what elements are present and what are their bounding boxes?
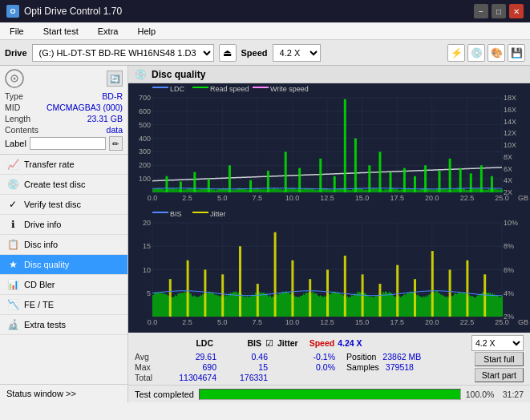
disc-type-label: Type (5, 91, 23, 101)
disc-info-label: Disc info (24, 240, 58, 249)
eject-button[interactable]: ⏏ (219, 44, 237, 62)
close-button[interactable]: ✕ (509, 4, 524, 18)
stats-total-row: Total 11304674 176331 (135, 373, 471, 382)
drive-select[interactable]: (G:) HL-DT-ST BD-RE WH16NS48 1.D3 (32, 44, 214, 62)
max-label: Max (135, 362, 157, 372)
menu-start-test[interactable]: Start test (37, 25, 85, 38)
stats-max-row: Max 690 15 0.0% Samples 379518 (135, 362, 471, 372)
disc-length-label: Length (5, 114, 30, 123)
disc-label-input[interactable] (30, 137, 106, 150)
avg-jitter: -0.1% (271, 352, 335, 361)
action-btn-3[interactable]: 🎨 (488, 44, 505, 62)
action-btn-1[interactable]: ⚡ (447, 44, 465, 62)
action-btn-2[interactable]: 💿 (467, 44, 485, 62)
sidebar-item-disc-quality[interactable]: ★ Disc quality (0, 255, 127, 275)
verify-test-disc-label: Verify test disc (24, 200, 81, 209)
sidebar-item-create-test-disc[interactable]: 💿 Create test disc (0, 175, 127, 195)
disc-contents-value: data (107, 125, 123, 135)
max-bis: 15 (220, 362, 268, 372)
speed-select-stats[interactable]: 4.2 X (471, 335, 524, 351)
app-icon: O (6, 5, 19, 18)
fe-te-icon: 📉 (6, 299, 19, 310)
avg-label: Avg (135, 352, 157, 361)
speed-select[interactable]: 4.2 X (273, 44, 321, 62)
extra-tests-label: Extra tests (24, 320, 66, 329)
menu-extra[interactable]: Extra (91, 25, 125, 38)
disc-contents-row: Contents data (5, 125, 123, 135)
sidebar-item-disc-info[interactable]: 📋 Disc info (0, 235, 127, 255)
total-label: Total (135, 373, 157, 382)
disc-length-row: Length 23.31 GB (5, 114, 123, 123)
charts-area (128, 83, 530, 332)
speed-label: Speed (241, 48, 268, 58)
drive-info-icon: ℹ (6, 219, 19, 230)
action-btn-4[interactable]: 💾 (508, 44, 525, 62)
progress-bar-area: Test completed 100.0% 31:27 (128, 385, 530, 402)
minimize-button[interactable]: − (474, 4, 488, 18)
disc-type-row: Type BD-R (5, 91, 123, 101)
col-jitter: Jitter (277, 338, 298, 348)
progress-bar-inner (200, 390, 460, 399)
drive-bar: Drive (G:) HL-DT-ST BD-RE WH16NS48 1.D3 … (0, 40, 530, 66)
svg-point-2 (14, 78, 16, 80)
start-full-button[interactable]: Start full (475, 352, 524, 366)
status-window-button[interactable]: Status window >> (0, 384, 127, 402)
menu-file[interactable]: File (3, 25, 30, 38)
sidebar-nav: 📈 Transfer rate 💿 Create test disc ✓ Ver… (0, 155, 127, 335)
disc-refresh-button[interactable]: 🔄 (107, 71, 123, 87)
status-text: Test completed (135, 390, 194, 399)
disc-quality-header-icon: 💿 (135, 69, 147, 80)
title-bar: O Opti Drive Control 1.70 − □ ✕ (0, 0, 530, 22)
sidebar-item-cd-bler[interactable]: 📊 CD Bler (0, 275, 127, 295)
total-samples: 379518 (386, 362, 414, 372)
disc-label-text: Label (5, 139, 26, 148)
col-speed-label: Speed (310, 338, 335, 348)
right-panel: 💿 Disc quality LDC BIS ☑ (128, 66, 530, 402)
disc-quality-icon: ★ (6, 259, 19, 270)
disc-label-edit-button[interactable]: ✏ (109, 136, 123, 151)
jitter-checkbox-icon: ☑ (261, 338, 277, 348)
maximize-button[interactable]: □ (492, 4, 506, 18)
create-test-disc-label: Create test disc (24, 180, 85, 189)
drive-info-label: Drive info (24, 220, 61, 229)
disc-panel: 🔄 Type BD-R MID CMCMAGBA3 (000) Length 2… (0, 66, 127, 155)
disc-quality-title: Disc quality (152, 69, 205, 80)
cd-bler-icon: 📊 (6, 279, 19, 290)
max-jitter: 0.0% (271, 362, 335, 372)
disc-mid-value: CMCMAGBA3 (000) (47, 103, 123, 112)
menu-bar: File Start test Extra Help (0, 22, 530, 40)
disc-mid-label: MID (5, 103, 20, 112)
sidebar: 🔄 Type BD-R MID CMCMAGBA3 (000) Length 2… (0, 66, 128, 402)
samples-label: Samples (346, 362, 379, 372)
disc-length-value: 23.31 GB (87, 114, 123, 123)
menu-help[interactable]: Help (131, 25, 162, 38)
disc-info-icon: 📋 (6, 239, 19, 250)
main-content: 🔄 Type BD-R MID CMCMAGBA3 (000) Length 2… (0, 66, 530, 402)
cd-bler-label: CD Bler (24, 280, 55, 289)
sidebar-item-extra-tests[interactable]: 🔬 Extra tests (0, 315, 127, 335)
total-ldc: 11304674 (160, 373, 216, 382)
create-test-disc-icon: 💿 (6, 179, 19, 190)
extra-tests-icon: 🔬 (6, 319, 19, 330)
sidebar-item-drive-info[interactable]: ℹ Drive info (0, 215, 127, 235)
stats-bar: LDC BIS ☑ Jitter Speed 4.24 X 4.2 X (128, 332, 530, 385)
sidebar-item-transfer-rate[interactable]: 📈 Transfer rate (0, 155, 127, 175)
app-title: Opti Drive Control 1.70 (24, 6, 122, 17)
total-bis: 176331 (220, 373, 268, 382)
verify-test-disc-icon: ✓ (6, 199, 19, 210)
fe-te-label: FE / TE (24, 300, 54, 309)
col-ldc: LDC (157, 338, 213, 348)
sidebar-item-fe-te[interactable]: 📉 FE / TE (0, 295, 127, 315)
max-ldc: 690 (160, 362, 216, 372)
elapsed-time: 31:27 (503, 390, 524, 399)
sidebar-item-verify-test-disc[interactable]: ✓ Verify test disc (0, 195, 127, 215)
progress-percent: 100.0% (466, 390, 498, 399)
chart2-bis (128, 208, 530, 333)
start-part-button[interactable]: Start part (475, 368, 524, 382)
progress-bar-outer (199, 389, 461, 400)
avg-bis: 0.46 (220, 352, 268, 361)
stats-avg-row: Avg 29.61 0.46 -0.1% Position 23862 MB (135, 352, 471, 361)
chart1-ldc (128, 83, 530, 208)
disc-contents-label: Contents (5, 125, 38, 135)
col-speed-val: 4.24 X (338, 338, 362, 348)
